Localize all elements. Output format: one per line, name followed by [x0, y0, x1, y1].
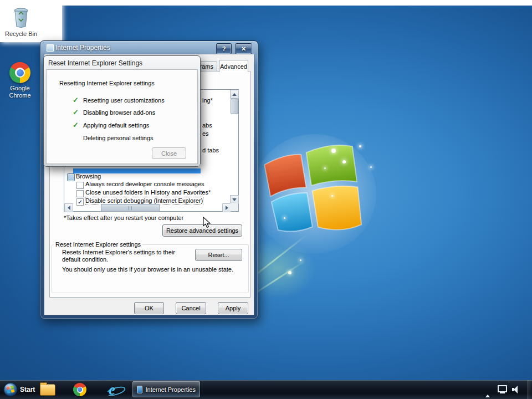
- sparkle: [324, 167, 326, 169]
- dialog-body: Resetting Internet Explorer settings ✓ R…: [46, 69, 198, 164]
- top-white-strip: [0, 0, 532, 6]
- scroll-up-icon: [232, 93, 237, 96]
- checkbox[interactable]: [76, 190, 84, 197]
- list-item-fragment: abs: [202, 122, 212, 129]
- desktop-icon-label: Recycle Bin: [3, 30, 39, 38]
- scroll-down-button[interactable]: [230, 195, 239, 204]
- scroll-up-button[interactable]: [230, 90, 239, 99]
- taskbar-task-internet-properties[interactable]: Internet Properties: [132, 381, 201, 398]
- reset-group-warning: You should only use this if your browser…: [62, 266, 233, 273]
- checkbox[interactable]: [76, 182, 84, 189]
- scroll-right-icon: [226, 206, 228, 210]
- ok-button[interactable]: OK: [134, 302, 164, 314]
- task-label: Internet Properties: [146, 386, 196, 393]
- window-title: Internet Properties: [55, 44, 110, 52]
- scrollbar-grip: [128, 206, 133, 210]
- cancel-button[interactable]: Cancel: [176, 302, 206, 314]
- checkmark-icon: ✓: [73, 96, 81, 104]
- taskbar-item-chrome[interactable]: [66, 380, 93, 399]
- progress-step: Applying default settings: [83, 122, 149, 129]
- close-icon: ✕: [241, 45, 246, 53]
- restart-note: *Takes effect after you restart your com…: [64, 214, 183, 221]
- progress-heading: Resetting Internet Explorer settings: [59, 80, 155, 86]
- taskbar: Start e Internet Properties: [0, 380, 532, 399]
- chrome-icon: [9, 62, 30, 83]
- sparkle: [331, 149, 336, 153]
- scroll-left-button[interactable]: [64, 203, 73, 212]
- list-item[interactable]: Disable script debugging (Internet Explo…: [85, 197, 203, 204]
- list-item[interactable]: Close unused folders in History and Favo…: [85, 189, 211, 196]
- scroll-down-icon: [232, 198, 237, 201]
- checkmark-icon: ✓: [73, 109, 81, 116]
- internet-explorer-icon: e: [109, 382, 115, 397]
- restore-advanced-settings-button[interactable]: Restore advanced settings: [162, 224, 242, 237]
- list-item-fragment: es: [202, 130, 209, 137]
- chrome-icon: [73, 383, 86, 396]
- horizontal-scrollbar-thumb[interactable]: [101, 204, 160, 212]
- tab-advanced[interactable]: Advanced: [219, 60, 248, 72]
- start-label[interactable]: Start: [20, 386, 35, 393]
- tray-display-icon[interactable]: [498, 385, 507, 392]
- help-button[interactable]: ?: [216, 43, 232, 54]
- list-item[interactable]: Always record developer console messages: [85, 181, 204, 187]
- sparkle: [284, 217, 285, 219]
- start-button[interactable]: [3, 382, 18, 397]
- sparkle: [370, 166, 372, 168]
- reset-progress-dialog: Reset Internet Explorer Settings Resetti…: [43, 55, 201, 167]
- show-desktop-button[interactable]: [528, 380, 532, 399]
- check-icon: ✓: [78, 200, 82, 205]
- desktop-icon-recycle-bin[interactable]: Recycle Bin: [3, 6, 39, 38]
- vertical-scrollbar-thumb[interactable]: [231, 99, 238, 114]
- tray-volume-icon[interactable]: [512, 386, 519, 393]
- sparkle: [342, 160, 346, 163]
- monitor-icon: [498, 385, 507, 392]
- checkmark-icon: ✓: [73, 121, 81, 129]
- recycle-bin-icon: [13, 6, 29, 29]
- apply-button[interactable]: Apply: [218, 302, 248, 314]
- browsing-group-header: Browsing: [76, 173, 101, 180]
- sparkle: [331, 195, 333, 197]
- list-item-fragment: ing*: [202, 97, 213, 104]
- explorer-folder-icon: [40, 384, 55, 396]
- browsing-group-icon: [67, 173, 75, 181]
- internet-properties-icon: [137, 386, 142, 393]
- reset-button[interactable]: Reset...: [195, 249, 242, 261]
- help-icon: ?: [222, 45, 226, 52]
- taskbar-item-internet-explorer[interactable]: e: [99, 380, 125, 399]
- dialog-title: Reset Internet Explorer Settings: [48, 59, 142, 67]
- close-dialog-button[interactable]: Close: [152, 147, 186, 159]
- reset-group-title: Reset Internet Explorer settings: [54, 241, 142, 248]
- show-hidden-icons-button[interactable]: [485, 388, 490, 395]
- progress-step: Resetting user customizations: [83, 97, 165, 104]
- mouse-cursor: [203, 217, 212, 229]
- window-icon: [46, 44, 54, 52]
- taskbar-item-explorer[interactable]: [34, 380, 61, 399]
- sparkle: [359, 145, 361, 147]
- reset-group-description: Resets Internet Explorer's settings to t…: [62, 249, 194, 263]
- desktop-icon-google-chrome[interactable]: Google Chrome: [2, 62, 38, 99]
- close-button[interactable]: ✕: [235, 43, 252, 54]
- list-item-fragment: d tabs: [202, 147, 219, 154]
- scrollbar-corner: [230, 203, 238, 211]
- desktop-icon-label: Google Chrome: [4, 85, 35, 99]
- tab-label: Advanced: [220, 63, 247, 70]
- progress-step: Deleting personal settings: [83, 135, 154, 141]
- progress-step: Disabling browser add-ons: [83, 109, 155, 116]
- scroll-left-icon: [68, 206, 70, 210]
- checkbox-checked[interactable]: ✓: [76, 198, 84, 206]
- up-arrow-icon: [485, 388, 490, 397]
